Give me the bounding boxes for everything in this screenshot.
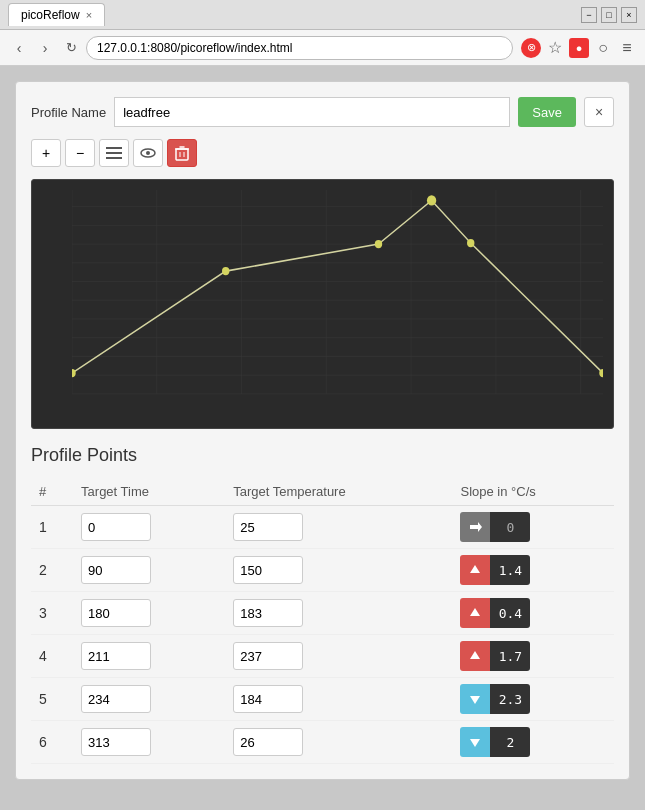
profile-name-label: Profile Name: [31, 105, 106, 120]
slope-direction-btn-4[interactable]: [460, 641, 490, 671]
profile-name-input[interactable]: [114, 97, 510, 127]
svg-marker-46: [470, 522, 482, 532]
chart-dot-5: [467, 239, 474, 247]
nav-bar: ‹ › ↻ ⊗ ☆ ● ○ ≡: [0, 30, 645, 66]
slope-widget-3: 0.4: [460, 598, 606, 628]
svg-rect-5: [176, 149, 188, 160]
row-slope-1: 0: [452, 506, 614, 549]
toolbar-icons: ⊗ ☆ ● ○ ≡: [521, 38, 637, 58]
trash-icon: [175, 145, 189, 161]
table-row: 4 1.7: [31, 635, 614, 678]
row-time-3: [73, 592, 225, 635]
list-view-btn[interactable]: [99, 139, 129, 167]
chart-dot-3: [375, 240, 382, 248]
slope-direction-btn-2[interactable]: [460, 555, 490, 585]
row-num-4: 4: [31, 635, 73, 678]
remove-point-btn[interactable]: −: [65, 139, 95, 167]
chart-dot-2: [222, 267, 229, 275]
arrow-icon: [468, 692, 482, 706]
eye-view-btn[interactable]: [133, 139, 163, 167]
temp-input-5[interactable]: [233, 685, 303, 713]
slope-direction-btn-3[interactable]: [460, 598, 490, 628]
maximize-btn[interactable]: □: [601, 7, 617, 23]
section-title: Profile Points: [31, 445, 614, 466]
slope-widget-4: 1.7: [460, 641, 606, 671]
row-time-4: [73, 635, 225, 678]
time-input-4[interactable]: [81, 642, 151, 670]
minimize-btn[interactable]: −: [581, 7, 597, 23]
slope-value-3: 0.4: [490, 598, 530, 628]
row-num-5: 5: [31, 678, 73, 721]
chart-dot-4: [427, 195, 436, 205]
stop-icon[interactable]: ⊗: [521, 38, 541, 58]
arrow-icon: [468, 649, 482, 663]
close-profile-btn[interactable]: ×: [584, 97, 614, 127]
time-input-3[interactable]: [81, 599, 151, 627]
page-content: Profile Name Save × + −: [0, 66, 645, 810]
row-temp-6: [225, 721, 452, 764]
slope-direction-btn-5[interactable]: [460, 684, 490, 714]
time-input-2[interactable]: [81, 556, 151, 584]
row-num-3: 3: [31, 592, 73, 635]
close-window-btn[interactable]: ×: [621, 7, 637, 23]
url-bar[interactable]: [86, 36, 513, 60]
slope-direction-btn-6[interactable]: [460, 727, 490, 757]
row-temp-1: [225, 506, 452, 549]
svg-point-4: [146, 151, 150, 155]
slope-value-6: 2: [490, 727, 530, 757]
col-header-slope: Slope in °C/s: [452, 478, 614, 506]
action-buttons: + −: [31, 139, 614, 167]
back-btn[interactable]: ‹: [8, 37, 30, 59]
slope-value-2: 1.4: [490, 555, 530, 585]
row-slope-2: 1.4: [452, 549, 614, 592]
time-input-1[interactable]: [81, 513, 151, 541]
row-temp-2: [225, 549, 452, 592]
table-row: 3 0.4: [31, 592, 614, 635]
svg-rect-0: [106, 147, 122, 149]
tab-close-btn[interactable]: ×: [86, 9, 92, 21]
temp-input-6[interactable]: [233, 728, 303, 756]
slope-widget-5: 2.3: [460, 684, 606, 714]
row-temp-4: [225, 635, 452, 678]
chart-container: 0 25 50 75 100 125 150 175 200 225 250 0…: [31, 179, 614, 429]
extension-icon[interactable]: ●: [569, 38, 589, 58]
eye-icon: [140, 147, 156, 159]
table-row: 2 1.4: [31, 549, 614, 592]
temp-input-3[interactable]: [233, 599, 303, 627]
title-bar: picoReflow × − □ ×: [0, 0, 645, 30]
slope-value-4: 1.7: [490, 641, 530, 671]
save-button[interactable]: Save: [518, 97, 576, 127]
star-icon[interactable]: ☆: [545, 38, 565, 58]
slope-widget-6: 2: [460, 727, 606, 757]
row-temp-3: [225, 592, 452, 635]
add-point-btn[interactable]: +: [31, 139, 61, 167]
table-row: 6 2: [31, 721, 614, 764]
arrow-icon: [468, 735, 482, 749]
temp-input-2[interactable]: [233, 556, 303, 584]
time-input-5[interactable]: [81, 685, 151, 713]
refresh-btn[interactable]: ↻: [60, 37, 82, 59]
table-header-row: # Target Time Target Temperature Slope i…: [31, 478, 614, 506]
slope-direction-btn-1[interactable]: [460, 512, 490, 542]
temp-input-4[interactable]: [233, 642, 303, 670]
forward-btn[interactable]: ›: [34, 37, 56, 59]
temp-input-1[interactable]: [233, 513, 303, 541]
table-row: 1 0: [31, 506, 614, 549]
svg-rect-1: [106, 152, 122, 154]
chart-svg: 0 25 50 75 100 125 150 175 200 225 250 0…: [72, 190, 603, 398]
delete-btn[interactable]: [167, 139, 197, 167]
col-header-time: Target Time: [73, 478, 225, 506]
user-icon[interactable]: ○: [593, 38, 613, 58]
arrow-icon: [468, 563, 482, 577]
browser-window: picoReflow × − □ × ‹ › ↻ ⊗ ☆ ● ○ ≡ Profi…: [0, 0, 645, 810]
time-input-6[interactable]: [81, 728, 151, 756]
profile-name-row: Profile Name Save ×: [31, 97, 614, 127]
svg-marker-51: [470, 739, 480, 747]
row-slope-6: 2: [452, 721, 614, 764]
tab-title: picoReflow: [21, 8, 80, 22]
row-time-1: [73, 506, 225, 549]
browser-tab[interactable]: picoReflow ×: [8, 3, 105, 26]
chart-line: [72, 200, 603, 373]
row-time-2: [73, 549, 225, 592]
menu-icon[interactable]: ≡: [617, 38, 637, 58]
